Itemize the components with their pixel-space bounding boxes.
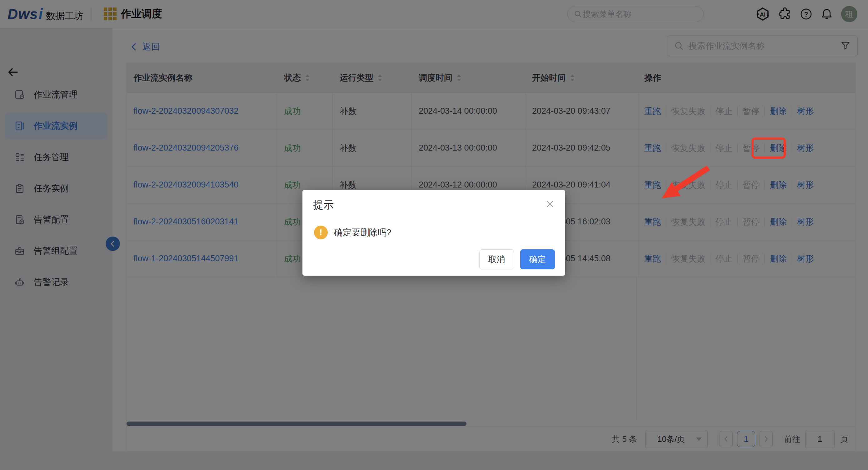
delete-confirm-dialog: 提示 ! 确定要删除吗? 取消 确定 — [303, 190, 565, 276]
app-screen: Dws i 数据工坊 作业调度 AI — [0, 0, 868, 470]
annotation-highlight-box — [751, 137, 786, 159]
dialog-message: 确定要删除吗? — [334, 226, 392, 239]
annotation-arrow — [650, 158, 715, 203]
warning-icon: ! — [314, 226, 328, 239]
confirm-button[interactable]: 确定 — [520, 249, 555, 270]
dialog-body: ! 确定要删除吗? — [314, 226, 392, 239]
cancel-button[interactable]: 取消 — [479, 249, 514, 270]
close-icon[interactable] — [545, 199, 555, 209]
dialog-title: 提示 — [313, 198, 334, 212]
